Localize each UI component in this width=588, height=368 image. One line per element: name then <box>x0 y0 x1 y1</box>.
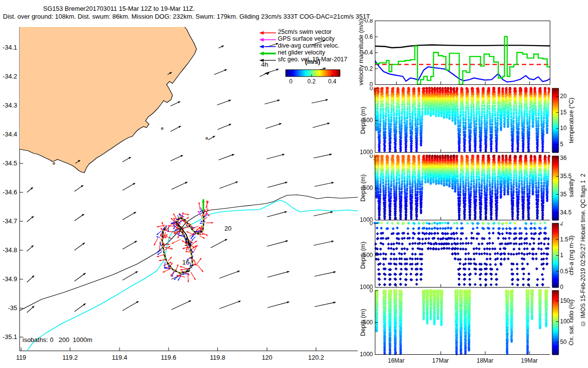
svg-text:-35.1: -35.1 <box>2 333 17 341</box>
map-colorbar-title: (m/s) <box>286 58 340 65</box>
svg-text:119.2: 119.2 <box>62 354 78 361</box>
legend-item-net-glider-velocity: net glider velocity <box>258 49 364 56</box>
legend-item-label: dive-avg current veloc. <box>278 42 340 49</box>
legend-item-gps-velocity: GPS surface velocity <box>258 35 364 42</box>
salinity-colorbar <box>552 155 581 223</box>
svg-text:120: 120 <box>262 354 272 361</box>
svg-text:-34.8: -34.8 <box>2 246 17 254</box>
velocity-axis-label: velocity magnitude (m/s) <box>357 18 365 86</box>
chlorophyll-colorbar-label: chl-a (mg m-3) <box>567 223 575 287</box>
chlorophyll-panel <box>350 222 551 290</box>
legend-window-label: 4h <box>261 61 268 68</box>
svg-text:-34.9: -34.9 <box>2 275 17 283</box>
depth-axis-label: Depth (m) <box>359 156 367 220</box>
velocity-panel <box>350 19 551 93</box>
svg-text:119.6: 119.6 <box>161 354 176 361</box>
svg-text:119: 119 <box>16 354 26 361</box>
svg-text:-34.3: -34.3 <box>2 102 17 109</box>
legend-item-label: GPS surface velocity <box>278 35 335 42</box>
temperature-colorbar-label: temperature (°C) <box>567 88 575 152</box>
isobaths-note: isobaths: 0 200 1000m <box>23 336 92 343</box>
svg-text:-34.2: -34.2 <box>2 73 17 80</box>
legend-item-label: 25cm/s swim vector <box>278 28 332 35</box>
chlorophyll-colorbar <box>552 222 581 290</box>
svg-text:-34.5: -34.5 <box>2 159 17 167</box>
temperature-colorbar <box>552 87 581 156</box>
map-velocity-colorbar <box>282 66 343 87</box>
depth-axis-label: Depth (m) <box>359 88 367 152</box>
net-glider-velocity-arrow-icon <box>258 50 278 55</box>
temperature-panel <box>350 87 551 156</box>
salinity-panel <box>350 155 551 223</box>
seaglider-figure: SG153 Bremer201703011 15-Mar 12Z to 19-M… <box>0 0 588 368</box>
svg-text:16: 16 <box>182 259 189 266</box>
time-window-arrow-icon <box>258 70 272 80</box>
svg-text:-34.4: -34.4 <box>2 131 17 138</box>
oxygen-panel <box>350 289 551 368</box>
oxygen-colorbar <box>552 289 581 358</box>
depth-axis-label: Depth (m) <box>359 290 367 354</box>
depth-axis-label: Depth (m) <box>359 223 367 287</box>
svg-text:-35: -35 <box>8 304 17 312</box>
svg-text:-34.1: -34.1 <box>2 44 17 51</box>
svg-text:20: 20 <box>224 225 231 232</box>
svg-text:-34.6: -34.6 <box>2 188 17 196</box>
svg-text:18: 18 <box>184 240 191 247</box>
svg-text:120.2: 120.2 <box>308 354 324 361</box>
gps-velocity-arrow-icon <box>258 36 278 42</box>
oxygen-colorbar-label: Ox. sat. ratio (%) <box>567 290 575 354</box>
salinity-colorbar-label: salinity <box>567 156 575 220</box>
swim-vector-arrow-icon <box>258 29 278 35</box>
legend-item-dive-avg-current: dive-avg current veloc. <box>258 42 364 49</box>
legend-item-swim-vector: 25cm/s swim vector <box>258 28 364 35</box>
svg-text:119.4: 119.4 <box>112 354 127 361</box>
svg-text:-34.7: -34.7 <box>2 217 17 225</box>
svg-text:119.8: 119.8 <box>210 354 225 361</box>
imos-credit: © IMOS 15-Feb-2019 02:50:27 Hobart time.… <box>579 142 587 358</box>
legend-item-label: net glider velocity <box>278 49 325 56</box>
dive-avg-current-arrow-icon <box>258 43 278 49</box>
